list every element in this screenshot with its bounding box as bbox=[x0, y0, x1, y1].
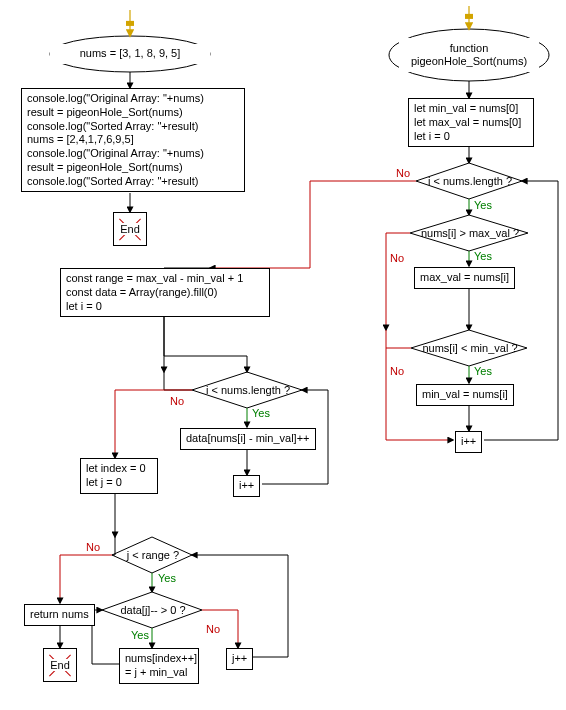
end-right-label: End bbox=[48, 659, 72, 671]
yes-label: Yes bbox=[474, 199, 492, 211]
no-label: No bbox=[396, 167, 410, 179]
cond-min: nums[i] < min_val ? bbox=[418, 342, 522, 354]
start-ellipse-right: function pigeonHole_Sort(nums) bbox=[399, 38, 539, 72]
yes-label-6: Yes bbox=[131, 629, 149, 641]
fill-data: data[nums[i] - min_val]++ bbox=[180, 428, 316, 450]
yes-label-5: Yes bbox=[158, 572, 176, 584]
yes-label-2: Yes bbox=[474, 250, 492, 262]
no-label-6: No bbox=[206, 623, 220, 635]
yes-label-4: Yes bbox=[252, 407, 270, 419]
cond-len1: i < nums.length ? bbox=[424, 175, 516, 187]
set-min: min_val = nums[i] bbox=[416, 384, 514, 406]
no-label-2: No bbox=[390, 252, 404, 264]
assign-nums: nums[index++] = j + min_val bbox=[119, 648, 199, 684]
inc-j: j++ bbox=[226, 648, 253, 670]
start-ellipse-left: nums = [3, 1, 8, 9, 5] bbox=[50, 44, 210, 64]
cond-max: nums[i] > max_val ? bbox=[416, 227, 524, 239]
end-right: End bbox=[43, 648, 77, 682]
init-block: let min_val = nums[0] let max_val = nums… bbox=[408, 98, 534, 147]
cond-len2: i < nums.length ? bbox=[200, 384, 296, 396]
cond-data: data[j]-- > 0 ? bbox=[114, 604, 192, 616]
inc-i2: i++ bbox=[233, 475, 260, 497]
no-label-4: No bbox=[170, 395, 184, 407]
init-j: let index = 0 let j = 0 bbox=[80, 458, 158, 494]
mid-block: const range = max_val - min_val + 1 cons… bbox=[60, 268, 270, 317]
set-max: max_val = nums[i] bbox=[414, 267, 515, 289]
svg-line-29 bbox=[164, 316, 247, 372]
cond-range: j < range ? bbox=[122, 549, 184, 561]
end-left-label: End bbox=[118, 223, 142, 235]
end-left: End bbox=[113, 212, 147, 246]
svg-line-17 bbox=[386, 330, 411, 348]
inc-i1: i++ bbox=[455, 431, 482, 453]
code-block-left: console.log("Original Array: "+nums) res… bbox=[21, 88, 245, 192]
yes-label-3: Yes bbox=[474, 365, 492, 377]
return-nums: return nums bbox=[24, 604, 95, 626]
no-label-3: No bbox=[390, 365, 404, 377]
no-label-5: No bbox=[86, 541, 100, 553]
